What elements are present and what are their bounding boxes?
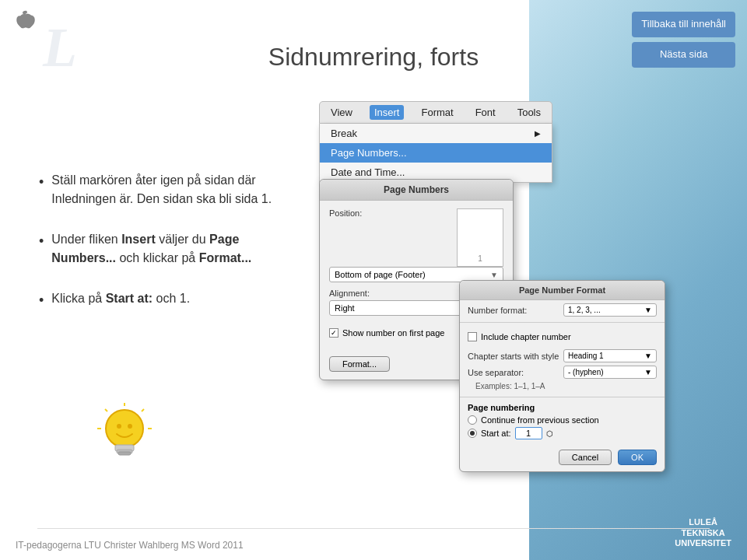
number-format-value: 1, 2, 3, ... [568,306,601,314]
svg-point-10 [117,424,121,429]
chapter-style-arrow: ▼ [644,352,652,360]
next-button[interactable]: Nästa sida [632,42,735,68]
chapter-label: Include chapter number [481,332,571,341]
back-button[interactable]: Tillbaka till innehåll [632,12,735,37]
dropdown-break-label: Break [331,128,357,139]
bullet-item-2: • Under fliken Insert väljer du Page Num… [39,230,303,268]
menu-insert[interactable]: Insert [370,105,405,120]
start-at-input[interactable] [515,427,542,439]
number-format-label: Number format: [468,306,563,315]
start-at-radio[interactable] [468,429,477,438]
svg-point-1 [106,410,143,447]
lightbulb-icon [93,401,156,482]
ltu-logo-name: LULEÅTEKNISKAUNIVERSITET [675,517,731,548]
start-at-label: Start at: [481,429,511,438]
separator-row: Use separator: - (hyphen) ▼ [468,364,657,380]
menu-tools[interactable]: Tools [513,105,545,120]
chapter-number-section: Include chapter number Chapter starts wi… [460,322,665,397]
insert-dropdown: Break ▶ Page Numbers... Date and Time... [319,124,552,183]
dialog-format: Page Number Format Number format: 1, 2, … [459,280,665,472]
bullet-list: • Ställ markören åter igen på sidan där … [39,171,303,333]
position-arrow: ▼ [490,271,498,279]
bullet-dot-2: • [39,231,44,252]
bullet-item-1: • Ställ markören åter igen på sidan där … [39,171,303,208]
menu-format[interactable]: Format [416,105,458,120]
continue-radio[interactable] [468,415,477,425]
start-at-stepper[interactable]: ⬡ [546,429,553,438]
bullet-text-3: Klicka på Start at: och 1. [51,289,190,308]
chapter-style-row: Chapter starts with style Heading 1 ▼ [468,348,657,364]
number-format-select[interactable]: 1, 2, 3, ... ▼ [563,303,657,317]
dialog-format-title: Page Number Format [460,281,665,300]
chapter-style-label: Chapter starts with style [468,352,563,361]
preview-number: 1 [478,254,482,263]
footer-divider [37,528,710,529]
svg-rect-4 [118,452,131,455]
format-ok-button[interactable]: OK [618,450,657,465]
dropdown-pagenumbers[interactable]: Page Numbers... [320,143,552,163]
ltu-logo: LULEÅTEKNISKAUNIVERSITET [675,517,731,548]
separator-value: - (hyphen) [568,368,604,376]
number-format-row: Number format: 1, 2, 3, ... ▼ [460,300,665,320]
page-numbering-section: Page numbering Continue from previous se… [460,400,665,445]
continue-radio-row: Continue from previous section [468,415,657,425]
break-arrow: ▶ [535,129,541,138]
dialog-preview: 1 [457,208,503,267]
show-firstpage-checkbox[interactable]: ✓ [329,328,338,338]
bullet-dot-1: • [39,172,44,193]
examples-value: 1–1, 1–A [514,382,545,390]
dropdown-pagenumbers-label: Page Numbers... [331,147,407,159]
alignment-value: Right [335,303,355,313]
chapter-style-value: Heading 1 [568,352,604,360]
position-value: Bottom of page (Footer) [335,270,426,279]
format-cancel-button[interactable]: Cancel [559,450,612,465]
menu-bar: View Insert Format Font Tools [319,101,552,124]
show-firstpage-label: Show number on first page [342,328,444,338]
separator-arrow: ▼ [644,368,652,376]
format-button[interactable]: Format... [329,356,390,372]
nav-buttons: Tillbaka till innehåll Nästa sida [632,12,735,68]
dropdown-datetime-label: Date and Time... [331,166,405,178]
footer-text: IT-pedagogerna LTU Christer Wahlberg MS … [16,540,244,551]
word-menu-area: View Insert Format Font Tools Break ▶ Pa… [319,101,552,183]
svg-point-11 [128,424,132,429]
apple-logo [8,8,43,43]
bullet-text-2: Under fliken Insert väljer du Page Numbe… [51,230,303,268]
bullet-dot-3: • [39,290,44,311]
separator-label: Use separator: [468,368,563,377]
bullet-item-3: • Klicka på Start at: och 1. [39,289,303,311]
separator-select[interactable]: - (hyphen) ▼ [563,366,657,379]
chapter-checkbox[interactable] [468,332,477,341]
page-numbering-label: Page numbering [468,403,657,412]
continue-label: Continue from previous section [481,415,599,425]
bullet-text-1: Ställ markören åter igen på sidan där In… [51,171,303,208]
examples-row: Examples: 1–1, 1–A [468,380,657,394]
format-dialog-buttons: Cancel OK [460,445,665,471]
number-format-arrow: ▼ [644,306,652,314]
start-at-radio-row: Start at: ⬡ [468,427,657,439]
examples-label: Examples: [475,382,512,390]
svg-line-6 [142,409,144,411]
menu-font[interactable]: Font [471,105,500,120]
svg-line-8 [105,409,107,411]
dropdown-break[interactable]: Break ▶ [320,124,552,143]
dialog-pagenumbers-title: Page Numbers [320,180,513,201]
chapter-style-select[interactable]: Heading 1 ▼ [563,349,657,362]
chapter-checkbox-row: Include chapter number [468,332,657,341]
menu-view[interactable]: View [326,105,357,120]
